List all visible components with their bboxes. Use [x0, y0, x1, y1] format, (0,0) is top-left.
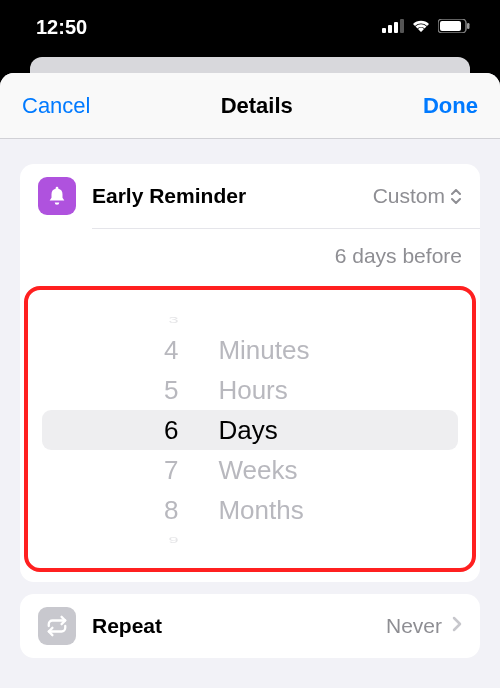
- number-wheel[interactable]: 3 4 5 6 7 8 9: [42, 310, 208, 550]
- done-button[interactable]: Done: [423, 93, 478, 119]
- svg-rect-5: [440, 21, 461, 31]
- picker-unit: Hours: [218, 370, 287, 410]
- svg-rect-2: [394, 22, 398, 33]
- reminder-summary: 6 days before: [20, 229, 480, 286]
- page-title: Details: [221, 93, 293, 119]
- picker-number: 7: [164, 450, 178, 490]
- picker-unit: [218, 535, 223, 545]
- status-bar: 12:50: [0, 0, 500, 55]
- details-sheet: Cancel Details Done Early Reminder Custo…: [0, 73, 500, 688]
- svg-rect-0: [382, 28, 386, 33]
- unit-wheel[interactable]: Minutes Hours Days Weeks Months: [208, 310, 458, 550]
- bell-icon: [38, 177, 76, 215]
- content: Early Reminder Custom 6 days before 3 4 …: [0, 139, 500, 658]
- cancel-button[interactable]: Cancel: [22, 93, 90, 119]
- picker-number: 3: [168, 315, 178, 325]
- picker-number: 5: [164, 370, 178, 410]
- early-reminder-card: Early Reminder Custom 6 days before 3 4 …: [20, 164, 480, 582]
- picker-number: 9: [168, 535, 178, 545]
- early-reminder-label: Early Reminder: [92, 184, 373, 208]
- early-reminder-row[interactable]: Early Reminder Custom: [20, 164, 480, 228]
- picker-unit: Months: [218, 490, 303, 530]
- nav-bar: Cancel Details Done: [0, 73, 500, 139]
- status-time: 12:50: [36, 16, 87, 39]
- wifi-icon: [411, 19, 431, 37]
- picker-unit: Weeks: [218, 450, 297, 490]
- picker-number: 8: [164, 490, 178, 530]
- cellular-icon: [382, 19, 404, 37]
- battery-icon: [438, 19, 470, 37]
- repeat-label: Repeat: [92, 614, 386, 638]
- chevron-right-icon: [452, 616, 462, 636]
- repeat-icon: [38, 607, 76, 645]
- repeat-value: Never: [386, 614, 442, 638]
- repeat-card: Repeat Never: [20, 594, 480, 658]
- time-picker[interactable]: 3 4 5 6 7 8 9 Minutes Hours Days Weeks: [42, 310, 458, 550]
- svg-rect-3: [400, 19, 404, 33]
- picker-unit-selected: Days: [218, 410, 277, 450]
- status-icons: [382, 19, 470, 37]
- picker-unit: Minutes: [218, 330, 309, 370]
- unfold-icon: [450, 189, 462, 204]
- svg-rect-6: [467, 23, 470, 29]
- picker-unit: [218, 315, 223, 325]
- early-reminder-value: Custom: [373, 184, 445, 208]
- picker-highlight-box: 3 4 5 6 7 8 9 Minutes Hours Days Weeks: [24, 286, 476, 572]
- picker-number-selected: 6: [164, 410, 178, 450]
- svg-rect-1: [388, 25, 392, 33]
- picker-number: 4: [164, 330, 178, 370]
- repeat-row[interactable]: Repeat Never: [20, 594, 480, 658]
